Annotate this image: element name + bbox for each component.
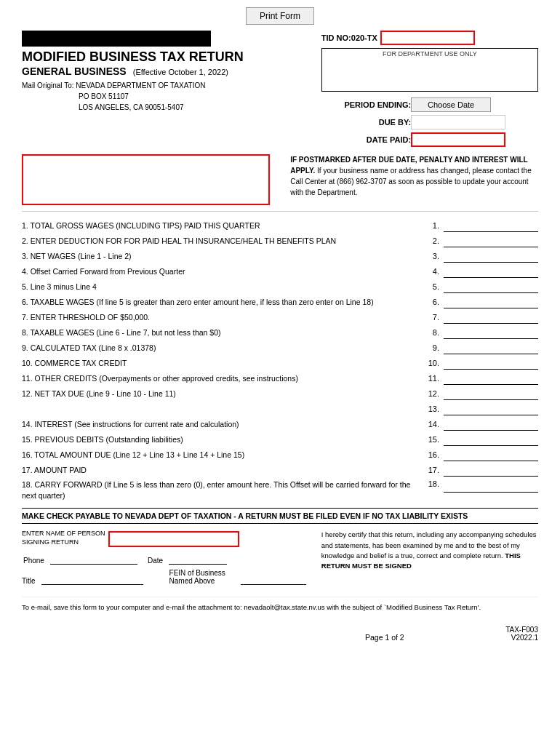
line-desc-5: 5. Line 3 minus Line 4 bbox=[22, 282, 419, 292]
line-input-18[interactable] bbox=[444, 479, 538, 493]
line-row-17: 17. AMOUNT PAID 17. bbox=[22, 463, 538, 477]
line-input-1[interactable] bbox=[444, 219, 538, 232]
date-paid-input[interactable] bbox=[411, 132, 505, 147]
due-by-row: DUE BY: bbox=[321, 113, 538, 131]
top-section: MODIFIED BUSINESS TAX RETURN GENERAL BUS… bbox=[22, 31, 538, 148]
line-desc-8: 8. TAXABLE WAGES (Line 6 - Line 7, but n… bbox=[22, 327, 419, 338]
line-row-6: 6. TAXABLE WAGES (If line 5 is greater t… bbox=[22, 295, 538, 308]
line-row-9: 9. CALCULATED TAX (Line 8 x .01378) 9. bbox=[22, 341, 538, 354]
fein-input[interactable] bbox=[241, 572, 306, 585]
fein-group: FEIN of Business Named Above bbox=[169, 569, 306, 585]
tid-input[interactable] bbox=[380, 31, 475, 45]
choose-date-button[interactable]: Choose Date bbox=[411, 97, 491, 112]
phone-date-row: Phone Date bbox=[23, 551, 306, 565]
due-by-cell bbox=[411, 113, 538, 131]
line-num-5: 5. bbox=[419, 282, 439, 291]
footer: Page 1 of 2 TAX-F003 V2022.1 bbox=[22, 626, 538, 642]
line-num-9: 9. bbox=[419, 343, 439, 352]
date-paid-row: DATE PAID: bbox=[321, 131, 538, 148]
line-desc-18: 18. CARRY FORWARD (If Line 5 is less tha… bbox=[22, 479, 419, 501]
line-num-4: 4. bbox=[419, 267, 439, 276]
sig-left: ENTER NAME OF PERSONSIGNING RETURN Phone… bbox=[22, 530, 306, 584]
footer-form-id: TAX-F003 V2022.1 bbox=[505, 626, 538, 642]
date-paid-cell bbox=[411, 131, 538, 148]
date-label: Date bbox=[148, 557, 163, 565]
line-num-18: 18. bbox=[419, 479, 439, 488]
due-by-input[interactable] bbox=[411, 115, 505, 130]
line-desc-12: 12. NET TAX DUE (Line 9 - Line 10 - Line… bbox=[22, 389, 419, 399]
signature-section: ENTER NAME OF PERSONSIGNING RETURN Phone… bbox=[22, 530, 538, 584]
check-payable-notice: MAKE CHECK PAYABLE TO NEVADA DEPT OF TAX… bbox=[22, 508, 538, 524]
line-desc-10: 10. COMMERCE TAX CREDIT bbox=[22, 358, 419, 369]
print-form-button[interactable]: Print Form bbox=[246, 7, 314, 25]
line-input-8[interactable] bbox=[444, 326, 538, 339]
form-title-sub: GENERAL BUSINESS bbox=[22, 65, 127, 77]
line-input-2[interactable] bbox=[444, 234, 538, 247]
line-num-15: 15. bbox=[419, 435, 439, 444]
line-input-7[interactable] bbox=[444, 311, 538, 324]
form-title-main: MODIFIED BUSINESS TAX RETURN bbox=[22, 49, 306, 65]
period-ending-label: PERIOD ENDING: bbox=[321, 96, 411, 113]
address-box[interactable] bbox=[22, 154, 270, 205]
line-desc-4: 4. Offset Carried Forward from Previous … bbox=[22, 266, 419, 277]
mail-line1: NEVADA DEPARTMENT OF TAXATION bbox=[76, 81, 205, 89]
sig-right: I hereby certify that this return, inclu… bbox=[321, 530, 538, 584]
line-row-15: 15. PREVIOUS DEBITS (Outstanding liabili… bbox=[22, 433, 538, 446]
line-row-12: 12. NET TAX DUE (Line 9 - Line 10 - Line… bbox=[22, 387, 538, 400]
dept-use-label: FOR DEPARTMENT USE ONLY bbox=[322, 49, 537, 57]
line-desc-16: 16. TOTAL AMOUNT DUE (Line 12 + Line 13 … bbox=[22, 450, 419, 461]
sig-name-input[interactable] bbox=[108, 531, 239, 547]
line-num-17: 17. bbox=[419, 466, 439, 474]
fein-label: FEIN of Business Named Above bbox=[169, 569, 235, 585]
line-input-11[interactable] bbox=[444, 372, 538, 385]
line-input-13[interactable] bbox=[444, 402, 538, 415]
line-input-9[interactable] bbox=[444, 341, 538, 354]
line-input-6[interactable] bbox=[444, 295, 538, 308]
line-input-10[interactable] bbox=[444, 356, 538, 370]
line-num-14: 14. bbox=[419, 420, 439, 429]
phone-input[interactable] bbox=[50, 551, 137, 565]
line-row-18: 18. CARRY FORWARD (If Line 5 is less tha… bbox=[22, 479, 538, 501]
tid-row: TID NO:020-TX bbox=[321, 31, 538, 45]
lines-section: 1. TOTAL GROSS WAGES (INCLUDING TIPS) PA… bbox=[22, 219, 538, 501]
line-desc-3: 3. NET WAGES (Line 1 - Line 2) bbox=[22, 251, 419, 262]
mail-label: Mail Original To: bbox=[22, 81, 74, 89]
line-input-14[interactable] bbox=[444, 418, 538, 431]
print-form-area: Print Form bbox=[22, 7, 538, 25]
black-bar bbox=[22, 31, 211, 47]
line-input-16[interactable] bbox=[444, 448, 538, 461]
divider1 bbox=[22, 211, 538, 212]
line-desc-17: 17. AMOUNT PAID bbox=[22, 465, 419, 476]
title-label: Title bbox=[22, 577, 36, 585]
tid-label: TID NO:020-TX bbox=[321, 33, 377, 42]
mail-line3: LOS ANGELES, CA 90051-5407 bbox=[79, 103, 184, 111]
line-desc-1: 1. TOTAL GROSS WAGES (INCLUDING TIPS) PA… bbox=[22, 220, 419, 231]
form-title-sub-line: GENERAL BUSINESS (Effective October 1, 2… bbox=[22, 65, 306, 77]
line-row-4: 4. Offset Carried Forward from Previous … bbox=[22, 265, 538, 278]
date-input[interactable] bbox=[169, 551, 227, 565]
line-num-8: 8. bbox=[419, 328, 439, 337]
due-by-label: DUE BY: bbox=[321, 113, 411, 131]
line-desc-11: 11. OTHER CREDITS (Overpayments or other… bbox=[22, 373, 419, 384]
line-num-1: 1. bbox=[419, 221, 439, 230]
line-desc-2: 2. ENTER DEDUCTION FOR FOR PAID HEAL TH … bbox=[22, 236, 419, 247]
line-input-3[interactable] bbox=[444, 250, 538, 263]
line-input-12[interactable] bbox=[444, 387, 538, 400]
line-desc-14: 14. INTEREST (See instructions for curre… bbox=[22, 419, 419, 430]
line-input-5[interactable] bbox=[444, 280, 538, 293]
line-input-17[interactable] bbox=[444, 463, 538, 477]
line-row-2: 2. ENTER DEDUCTION FOR FOR PAID HEAL TH … bbox=[22, 234, 538, 247]
line-desc-6: 6. TAXABLE WAGES (If line 5 is greater t… bbox=[22, 297, 419, 308]
date-paid-label: DATE PAID: bbox=[321, 131, 411, 148]
right-header: TID NO:020-TX FOR DEPARTMENT USE ONLY PE… bbox=[321, 31, 538, 148]
title-input[interactable] bbox=[41, 572, 143, 585]
line-row-3: 3. NET WAGES (Line 1 - Line 2) 3. bbox=[22, 250, 538, 263]
line-desc-13 bbox=[22, 404, 419, 415]
line-input-15[interactable] bbox=[444, 433, 538, 446]
line-num-12: 12. bbox=[419, 389, 439, 398]
line-num-11: 11. bbox=[419, 374, 439, 383]
line-input-4[interactable] bbox=[444, 265, 538, 278]
line-num-7: 7. bbox=[419, 313, 439, 322]
period-ending-cell: Choose Date bbox=[411, 96, 538, 113]
middle-section: IF POSTMARKED AFTER DUE DATE, PENALTY AN… bbox=[22, 154, 538, 205]
